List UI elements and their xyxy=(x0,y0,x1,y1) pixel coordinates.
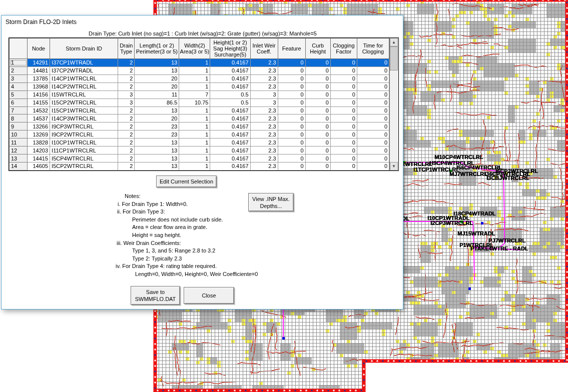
table-cell[interactable]: 14203 xyxy=(28,146,50,154)
table-cell[interactable]: 2.3 xyxy=(250,66,278,74)
table-cell[interactable]: 1 xyxy=(179,130,210,138)
row-number-cell[interactable]: 1 xyxy=(10,59,28,67)
table-cell[interactable]: 0.4167 xyxy=(210,162,250,170)
table-cell[interactable]: 0 xyxy=(278,106,305,114)
table-cell[interactable]: 0.4167 xyxy=(210,59,250,67)
table-cell[interactable]: 0 xyxy=(305,122,330,130)
table-cell[interactable]: 0 xyxy=(357,114,389,122)
table-cell[interactable]: 0 xyxy=(330,66,357,74)
table-row[interactable]: 1113828I10CP1WTRCLRL21310.41672.30000 xyxy=(10,138,389,146)
table-cell[interactable]: 0 xyxy=(330,106,357,114)
table-cell[interactable]: I14CP2WTRCLRL xyxy=(50,82,118,90)
edit-current-selection-button[interactable]: Edit Current Selection xyxy=(156,176,217,188)
row-number-cell[interactable]: 4 xyxy=(10,82,28,90)
scroll-down-button[interactable]: ▼ xyxy=(390,162,398,170)
table-cell[interactable]: 0 xyxy=(357,106,389,114)
table-cell[interactable]: 0 xyxy=(305,154,330,162)
table-cell[interactable]: 2.3 xyxy=(250,114,278,122)
table-cell[interactable]: 2 xyxy=(118,138,135,146)
table-cell[interactable]: 13 xyxy=(135,138,179,146)
table-cell[interactable]: I5CP4WTRCLRL xyxy=(50,154,118,162)
table-cell[interactable]: 0 xyxy=(278,90,305,98)
table-cell[interactable]: 2 xyxy=(118,130,135,138)
table-cell[interactable]: 0.4167 xyxy=(210,154,250,162)
table-cell[interactable]: 14156 xyxy=(28,90,50,98)
row-number-cell[interactable]: 14 xyxy=(10,162,28,170)
table-cell[interactable]: 2.3 xyxy=(250,82,278,90)
table-cell[interactable]: 2 xyxy=(118,122,135,130)
table-cell[interactable]: 0 xyxy=(330,114,357,122)
table-row[interactable]: 1414605I5CP2WTRCLRL21310.41672.30000 xyxy=(10,162,389,170)
table-cell[interactable]: 0 xyxy=(278,66,305,74)
table-cell[interactable]: 3 xyxy=(118,98,135,106)
table-cell[interactable]: 0 xyxy=(305,66,330,74)
table-cell[interactable]: 2 xyxy=(118,66,135,74)
table-row[interactable]: 214481I37CP2WTRADL21310.41672.30000 xyxy=(10,66,389,74)
table-cell[interactable]: 0 xyxy=(357,82,389,90)
table-cell[interactable]: 0 xyxy=(278,82,305,90)
table-cell[interactable]: 2 xyxy=(118,74,135,82)
table-scrollbar[interactable]: ▲ ▼ xyxy=(389,38,398,170)
close-button[interactable]: Close xyxy=(184,287,234,304)
table-cell[interactable]: 0 xyxy=(330,74,357,82)
table-cell[interactable]: 10.75 xyxy=(179,98,210,106)
table-row[interactable]: 514156I15WTRCLRL31170.530000 xyxy=(10,90,389,98)
table-cell[interactable]: 13 xyxy=(135,146,179,154)
table-cell[interactable]: 0.4167 xyxy=(210,138,250,146)
table-cell[interactable]: 0 xyxy=(305,82,330,90)
table-cell[interactable]: 0 xyxy=(357,90,389,98)
table-cell[interactable]: 2 xyxy=(118,146,135,154)
table-cell[interactable]: 0 xyxy=(305,138,330,146)
table-cell[interactable]: 0 xyxy=(278,114,305,122)
table-cell[interactable]: 0 xyxy=(305,146,330,154)
table-cell[interactable]: 0 xyxy=(330,59,357,67)
row-number-cell[interactable]: 9 xyxy=(10,122,28,130)
table-cell[interactable]: 1 xyxy=(179,122,210,130)
table-cell[interactable]: 2 xyxy=(118,162,135,170)
table-cell[interactable]: I14CP3WTRCLRL xyxy=(50,114,118,122)
table-cell[interactable]: 20 xyxy=(135,114,179,122)
table-cell[interactable]: 1 xyxy=(179,154,210,162)
table-cell[interactable]: 1 xyxy=(179,138,210,146)
table-cell[interactable]: 1 xyxy=(179,74,210,82)
table-cell[interactable]: I15CP1WTRCLRL xyxy=(50,106,118,114)
table-cell[interactable]: 2.3 xyxy=(250,154,278,162)
table-cell[interactable]: 14605 xyxy=(28,162,50,170)
table-cell[interactable]: 2 xyxy=(118,154,135,162)
table-cell[interactable]: 2 xyxy=(118,106,135,114)
table-row[interactable]: 1214203I11CP1WTRCLRL21310.41672.30000 xyxy=(10,146,389,154)
table-cell[interactable]: 0 xyxy=(305,106,330,114)
table-cell[interactable]: 13828 xyxy=(28,138,50,146)
table-cell[interactable]: 0 xyxy=(330,146,357,154)
table-cell[interactable]: 0 xyxy=(357,74,389,82)
table-cell[interactable]: 0 xyxy=(330,162,357,170)
table-cell[interactable]: 0 xyxy=(305,162,330,170)
table-cell[interactable]: 0.4167 xyxy=(210,122,250,130)
table-cell[interactable]: 0 xyxy=(278,59,305,67)
table-cell[interactable]: 13 xyxy=(135,59,179,67)
table-cell[interactable]: 0.4167 xyxy=(210,82,250,90)
row-number-cell[interactable]: 6 xyxy=(10,98,28,106)
table-row[interactable]: 913266I9CP3WTRCLRL22310.41672.30000 xyxy=(10,122,389,130)
table-cell[interactable]: 14481 xyxy=(28,66,50,74)
table-cell[interactable]: 2.3 xyxy=(250,130,278,138)
table-cell[interactable]: 0 xyxy=(330,122,357,130)
table-cell[interactable]: 2.3 xyxy=(250,106,278,114)
table-cell[interactable]: 14532 xyxy=(28,106,50,114)
table-cell[interactable]: 20 xyxy=(135,82,179,90)
table-cell[interactable]: 0.4167 xyxy=(210,146,250,154)
table-cell[interactable]: 0 xyxy=(278,130,305,138)
table-cell[interactable]: 14291 xyxy=(28,59,50,67)
table-cell[interactable]: 0 xyxy=(305,90,330,98)
table-cell[interactable]: 0 xyxy=(278,122,305,130)
table-cell[interactable]: 0 xyxy=(357,122,389,130)
table-cell[interactable]: I5CP2WTRCLRL xyxy=(50,162,118,170)
table-cell[interactable]: 1 xyxy=(179,66,210,74)
table-cell[interactable]: 13 xyxy=(135,154,179,162)
table-cell[interactable]: 0 xyxy=(278,146,305,154)
row-number-cell[interactable]: 8 xyxy=(10,114,28,122)
table-cell[interactable]: 7 xyxy=(179,90,210,98)
table-cell[interactable]: I10CP1WTRCLRL xyxy=(50,138,118,146)
table-row[interactable]: 814537I14CP3WTRCLRL22010.41672.30000 xyxy=(10,114,389,122)
table-cell[interactable]: 0.4167 xyxy=(210,114,250,122)
